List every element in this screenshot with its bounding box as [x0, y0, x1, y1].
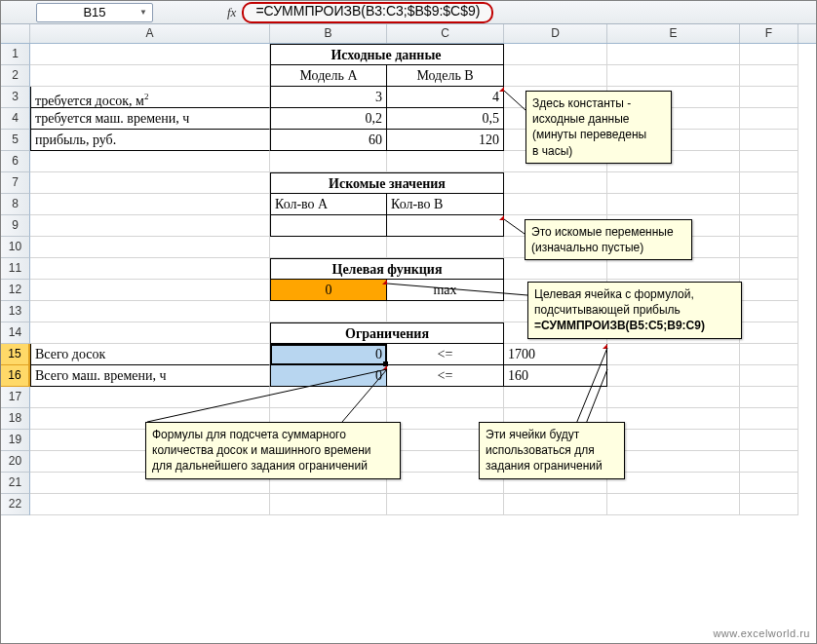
cell-B22[interactable]	[270, 494, 387, 515]
cell-F15[interactable]	[740, 344, 798, 365]
cell-D2[interactable]	[504, 65, 607, 87]
cell-F18[interactable]	[740, 408, 798, 430]
cell-C12[interactable]: max	[387, 280, 504, 301]
cell-A9[interactable]	[30, 215, 270, 237]
cell-B13[interactable]	[270, 301, 387, 322]
row-header-6[interactable]: 6	[1, 151, 30, 172]
cell-F20[interactable]	[740, 451, 798, 473]
cell-E16[interactable]	[607, 365, 740, 387]
cell-D17[interactable]	[504, 387, 607, 408]
cell-C7[interactable]: Искомые значения	[387, 172, 504, 194]
col-header-D[interactable]: D	[504, 24, 607, 43]
cell-D16[interactable]: 160	[504, 365, 607, 387]
cell-F3[interactable]	[740, 87, 798, 108]
cell-C15[interactable]: <=	[387, 344, 504, 365]
cell-F19[interactable]	[740, 430, 798, 451]
row-header-8[interactable]: 8	[1, 194, 30, 215]
cell-C10[interactable]	[387, 237, 504, 258]
cell-D22[interactable]	[504, 494, 607, 515]
cell-A16[interactable]: Всего маш. времени, ч	[30, 365, 270, 387]
formula-input[interactable]: =СУММПРОИЗВ(B3:C3;$B$9:$C$9)	[252, 3, 484, 22]
cell-B10[interactable]	[270, 237, 387, 258]
row-header-12[interactable]: 12	[1, 280, 30, 301]
col-header-F[interactable]: F	[740, 24, 798, 43]
col-header-A[interactable]: A	[30, 24, 270, 43]
cell-F2[interactable]	[740, 65, 798, 87]
cell-F1[interactable]	[740, 44, 798, 65]
cell-B12[interactable]: 0	[270, 280, 387, 301]
cell-B5[interactable]: 60	[270, 130, 387, 151]
row-header-3[interactable]: 3	[1, 87, 30, 108]
cell-C2[interactable]: Модель B	[387, 65, 504, 87]
row-header-14[interactable]: 14	[1, 322, 30, 344]
cell-C8[interactable]: Кол-во B	[387, 194, 504, 215]
fx-icon[interactable]: fx	[227, 5, 236, 20]
cell-A12[interactable]	[30, 280, 270, 301]
cell-A3[interactable]: требуется досок, м2	[30, 87, 270, 108]
row-header-16[interactable]: 16	[1, 365, 30, 387]
cell-F12[interactable]	[740, 280, 798, 301]
cell-E8[interactable]	[607, 194, 740, 215]
row-header-9[interactable]: 9	[1, 215, 30, 237]
cell-C16[interactable]: <=	[387, 365, 504, 387]
cell-B6[interactable]	[270, 151, 387, 172]
cell-A7[interactable]	[30, 172, 270, 194]
cell-E19[interactable]	[607, 430, 740, 451]
cell-A1[interactable]	[30, 44, 270, 65]
cell-A13[interactable]	[30, 301, 270, 322]
row-header-5[interactable]: 5	[1, 130, 30, 151]
cell-B16[interactable]: 0	[270, 365, 387, 387]
col-header-B[interactable]: B	[270, 24, 387, 43]
row-header-15[interactable]: 15	[1, 344, 30, 365]
col-header-E[interactable]: E	[607, 24, 740, 43]
row-header-1[interactable]: 1	[1, 44, 30, 65]
row-header-11[interactable]: 11	[1, 258, 30, 280]
cell-A11[interactable]	[30, 258, 270, 280]
cell-C13[interactable]	[387, 301, 504, 322]
cell-F7[interactable]	[740, 172, 798, 194]
row-header-10[interactable]: 10	[1, 237, 30, 258]
cell-C11[interactable]: Целевая функция	[387, 258, 504, 280]
cell-B9[interactable]	[270, 215, 387, 237]
cell-A2[interactable]	[30, 65, 270, 87]
cell-B15[interactable]: 0	[270, 344, 387, 365]
cell-A10[interactable]	[30, 237, 270, 258]
cell-D15[interactable]: 1700	[504, 344, 607, 365]
name-box[interactable]: B15 ▼	[36, 3, 153, 22]
row-header-2[interactable]: 2	[1, 65, 30, 87]
cell-A17[interactable]	[30, 387, 270, 408]
cell-F16[interactable]	[740, 365, 798, 387]
row-header-18[interactable]: 18	[1, 408, 30, 430]
cell-F4[interactable]	[740, 108, 798, 130]
cell-C6[interactable]	[387, 151, 504, 172]
cell-B17[interactable]	[270, 387, 387, 408]
cell-D7[interactable]	[504, 172, 607, 194]
cell-D1[interactable]	[504, 44, 607, 65]
col-header-C[interactable]: C	[387, 24, 504, 43]
cell-C5[interactable]: 120	[387, 130, 504, 151]
cell-E15[interactable]	[607, 344, 740, 365]
cell-E22[interactable]	[607, 494, 740, 515]
row-header-17[interactable]: 17	[1, 387, 30, 408]
cell-F11[interactable]	[740, 258, 798, 280]
row-header-21[interactable]: 21	[1, 473, 30, 494]
cell-F8[interactable]	[740, 194, 798, 215]
cell-E17[interactable]	[607, 387, 740, 408]
cell-C14[interactable]: Ограничения	[387, 322, 504, 344]
cell-E20[interactable]	[607, 451, 740, 473]
cell-F17[interactable]	[740, 387, 798, 408]
cell-C4[interactable]: 0,5	[387, 108, 504, 130]
cell-B4[interactable]: 0,2	[270, 108, 387, 130]
cell-E18[interactable]	[607, 408, 740, 430]
cell-A6[interactable]	[30, 151, 270, 172]
cell-E2[interactable]	[607, 65, 740, 87]
row-header-20[interactable]: 20	[1, 451, 30, 473]
cell-F13[interactable]	[740, 301, 798, 322]
cell-F9[interactable]	[740, 215, 798, 237]
cell-E21[interactable]	[607, 473, 740, 494]
cell-C1[interactable]: Исходные данные	[386, 44, 504, 65]
cell-B8[interactable]: Кол-во A	[270, 194, 387, 215]
select-all-corner[interactable]	[1, 24, 30, 43]
row-header-4[interactable]: 4	[1, 108, 30, 130]
chevron-down-icon[interactable]: ▼	[136, 6, 150, 19]
